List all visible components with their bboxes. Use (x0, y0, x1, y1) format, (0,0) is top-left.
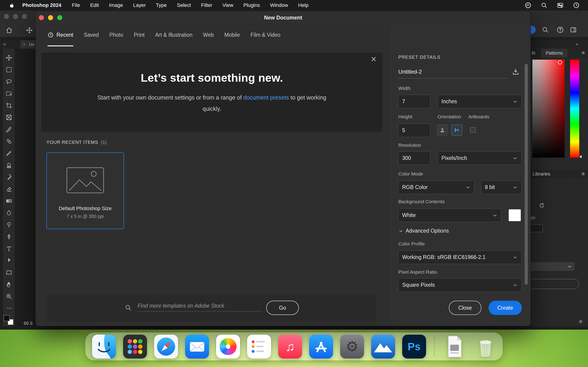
creative-cloud-icon[interactable] (525, 2, 531, 9)
dialog-scrollbar[interactable] (525, 64, 528, 285)
panel-tab-partial[interactable]: ts (532, 50, 536, 56)
hero-close-icon[interactable]: × (371, 54, 376, 64)
tool-hand[interactable] (3, 278, 15, 290)
dock-mountain-app-icon[interactable] (371, 335, 395, 359)
pixel-aspect-ratio-dropdown[interactable]: Square Pixels (398, 278, 522, 292)
tool-eyedropper[interactable] (3, 123, 15, 135)
menu-select[interactable]: Select (177, 2, 191, 8)
menu-file[interactable]: File (72, 2, 80, 8)
menu-type[interactable]: Type (156, 2, 167, 8)
bit-depth-dropdown[interactable]: 8 bit (481, 181, 522, 194)
menu-filter[interactable]: Filter (201, 2, 212, 8)
dock-launchpad-icon[interactable] (123, 335, 147, 359)
move-tool-options-icon[interactable] (26, 27, 33, 34)
tool-pen[interactable] (3, 231, 15, 243)
zoom-percentage[interactable]: 66.6 (24, 321, 33, 326)
panel-dropdown-fragment[interactable] (531, 262, 574, 271)
tool-gradient[interactable] (3, 195, 15, 207)
tab-art-illustration[interactable]: Art & Illustration (155, 24, 192, 46)
help-icon[interactable] (556, 26, 564, 33)
clock-icon[interactable] (573, 2, 580, 9)
height-input[interactable] (398, 124, 431, 137)
menu-plugins[interactable]: Plugins (243, 2, 260, 8)
artboards-checkbox[interactable] (470, 127, 476, 133)
dock-document-icon[interactable] (443, 335, 467, 359)
save-preset-icon[interactable] (512, 68, 519, 76)
color-field-marker[interactable] (558, 60, 562, 65)
tool-zoom[interactable] (3, 290, 15, 302)
tool-brush[interactable] (3, 147, 15, 159)
tool-lasso[interactable] (3, 76, 15, 88)
color-saturation-field[interactable] (532, 60, 565, 158)
tool-rectangle[interactable] (3, 267, 15, 278)
workspace-icon[interactable] (570, 26, 577, 33)
tool-marquee[interactable] (3, 64, 15, 76)
tab-recent[interactable]: Recent (48, 24, 73, 46)
menu-window[interactable]: Window (270, 2, 288, 8)
tab-photo[interactable]: Photo (109, 24, 123, 46)
panel-tab-libraries[interactable]: Libraries (533, 171, 550, 177)
resolution-input[interactable] (398, 151, 431, 165)
home-icon[interactable] (6, 27, 13, 34)
background-contents-dropdown[interactable]: White (398, 209, 502, 222)
window-zoom-button[interactable] (22, 14, 27, 19)
tool-edit-toolbar[interactable] (3, 302, 15, 314)
toolbar-overflow-chevron[interactable]: » (3, 41, 6, 47)
panel-overflow-chevron[interactable]: » (576, 41, 578, 47)
tab-print[interactable]: Print (134, 24, 145, 46)
width-unit-dropdown[interactable]: Inches (438, 95, 522, 108)
dock-trash-icon[interactable] (474, 335, 498, 359)
search-icon[interactable] (542, 26, 549, 33)
menu-app-name[interactable]: Photoshop 2024 (22, 2, 61, 8)
panel-tab-patterns[interactable]: Patterns (541, 49, 568, 57)
color-profile-dropdown[interactable]: Working RGB: sRGB IEC61966-2.1 (398, 250, 522, 264)
foreground-color-chip[interactable] (4, 315, 10, 321)
dock-safari-icon[interactable] (154, 335, 178, 359)
tool-object-selection[interactable] (3, 88, 15, 100)
window-close-button[interactable] (4, 14, 9, 19)
dock-reminders-icon[interactable] (247, 335, 271, 359)
panel-input-fragment[interactable] (531, 224, 543, 232)
spotlight-search-icon[interactable] (541, 2, 548, 9)
libraries-menu-icon[interactable]: ≡ (582, 171, 585, 177)
tab-close-icon[interactable]: × (23, 42, 26, 47)
menu-edit[interactable]: Edit (90, 2, 99, 8)
dock-music-icon[interactable]: ♫ (278, 335, 302, 359)
dock-photoshop-icon[interactable]: Ps (402, 335, 426, 359)
tool-blur[interactable] (3, 207, 15, 219)
tab-web[interactable]: Web (203, 24, 214, 46)
bottom-panel-menu-icon[interactable]: ≡ (579, 319, 582, 324)
tool-crop[interactable] (3, 100, 15, 111)
menu-layer[interactable]: Layer (133, 2, 146, 8)
tool-clone-stamp[interactable] (3, 159, 15, 171)
width-input[interactable] (398, 95, 431, 108)
window-minimize-button[interactable] (13, 14, 18, 19)
hue-slider-handle[interactable] (579, 155, 582, 158)
go-button[interactable]: Go (266, 301, 299, 315)
menu-view[interactable]: View (222, 2, 233, 8)
tab-mobile[interactable]: Mobile (225, 24, 240, 46)
tool-dodge[interactable] (3, 219, 15, 231)
recent-item-card[interactable]: Default Photoshop Size 7 x 5 in @ 300 pp… (46, 152, 124, 229)
dock-appstore-icon[interactable] (309, 335, 333, 359)
close-button[interactable]: Close (449, 301, 481, 315)
tool-move[interactable] (3, 52, 15, 64)
hue-slider[interactable] (570, 60, 579, 158)
resolution-unit-dropdown[interactable]: Pixels/Inch (438, 151, 522, 165)
color-mode-dropdown[interactable]: RGB Color (398, 181, 474, 194)
tab-saved[interactable]: Saved (84, 24, 99, 46)
dock-photos-icon[interactable] (216, 335, 240, 359)
dock-mail-icon[interactable] (185, 335, 209, 359)
panel-button-fragment[interactable] (531, 279, 579, 289)
orientation-landscape-button[interactable] (451, 125, 462, 135)
tool-frame[interactable] (3, 111, 15, 123)
stock-search-input[interactable] (138, 300, 262, 311)
tool-path-selection[interactable] (3, 255, 15, 267)
panel-menu-icon[interactable]: ≡ (582, 50, 585, 56)
tab-film-video[interactable]: Film & Video (251, 24, 280, 46)
reset-icon[interactable] (539, 202, 545, 209)
document-name-field[interactable]: Untitled-2 (398, 69, 509, 78)
tool-healing-brush[interactable] (3, 135, 15, 147)
create-button[interactable]: Create (489, 301, 522, 315)
background-color-swatch[interactable] (509, 209, 521, 221)
